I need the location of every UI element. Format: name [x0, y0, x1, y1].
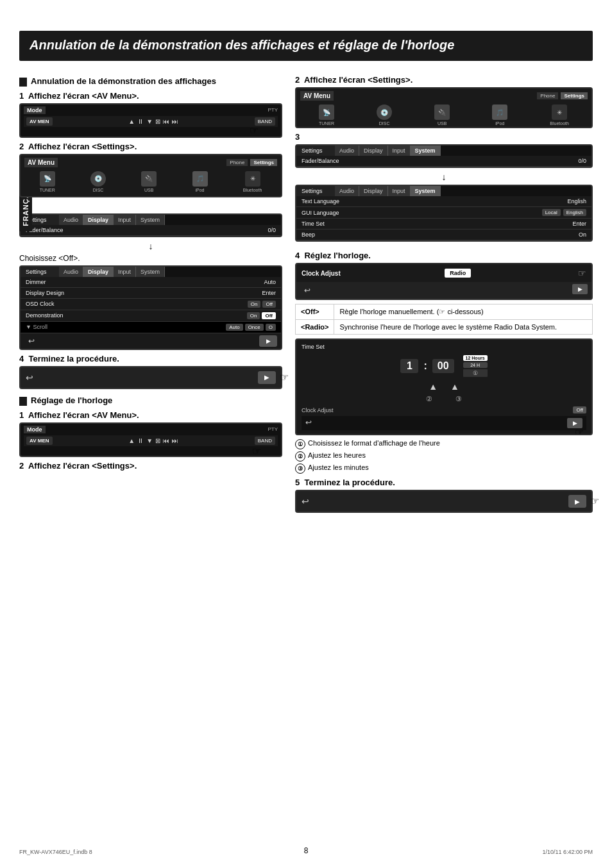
demo-off-btn[interactable]: Off [262, 312, 276, 319]
osd-on-btn[interactable]: On [248, 301, 261, 308]
step2-s2-label: 2 Affichez l'écran <Settings>. [19, 461, 282, 471]
settings-tab-display-r[interactable]: Display [359, 146, 388, 156]
av-menu-btn-2[interactable]: AV MEN [26, 437, 53, 445]
section2-header: Réglage de l'horloge [19, 396, 282, 406]
osd-clock-row: OSD Clock On Off [21, 299, 281, 310]
band-btn-2[interactable]: BAND [255, 437, 275, 445]
footer-left: FR_KW-AVX746EU_f.indb 8 [19, 849, 92, 855]
step3-left-label: 3 [19, 201, 282, 211]
osd-off-btn[interactable]: Off [262, 301, 276, 308]
choose-off-text: Choisissez <Off>. [19, 254, 282, 263]
fader-balance-row-r: Fader/Balance 0/0 [296, 156, 591, 167]
radio-option-desc: Synchronise l'heure de l'horloge avec le… [334, 320, 593, 335]
fader-balance-row: Fader/Balance 0/0 [21, 225, 281, 236]
clock-adjust-confirm-btn[interactable]: ▶ [572, 284, 588, 294]
back-btn-1[interactable]: ↩ [26, 372, 33, 383]
display-design-row: Display Design Enter [21, 288, 281, 299]
clock-adjust-back-btn[interactable]: ↩ [300, 284, 314, 297]
settings-screen-fader: Settings Audio Display Input System Fade… [19, 213, 282, 237]
step4-left-label: 4 Terminez la procédure. [19, 354, 282, 363]
av-icon-bluetooth-r: ✳ Bluetooth [550, 104, 569, 126]
settings-tab-label2: Settings [21, 267, 59, 277]
footer-right: 1/10/11 6:42:00 PM [542, 849, 593, 855]
settings-tab-audio-r2[interactable]: Audio [335, 186, 359, 196]
pty-label: PTY [268, 107, 278, 113]
circle-2-indicator: ② [426, 395, 432, 403]
step1-label: 1 Affichez l'écran <AV Menu>. [19, 91, 282, 101]
clock-off-indicator: Off [573, 406, 586, 413]
note-2: ② Ajustez les heures [295, 451, 593, 462]
note-1: ① Choisissez le format d'affichage de l'… [295, 439, 593, 449]
left-column: Annulation de la démonstration des affic… [19, 71, 282, 517]
av-menu-btn[interactable]: AV MEN [26, 117, 53, 126]
settings-tab-input2[interactable]: Input [114, 267, 136, 277]
settings-tab-display[interactable]: Display [83, 215, 114, 225]
minute-up-btn[interactable]: ▲ [450, 381, 459, 392]
back-btn-r[interactable]: ↩ [302, 496, 309, 506]
off-option-label: <Off> [296, 305, 334, 320]
scroll-auto-btn[interactable]: Auto [226, 324, 242, 331]
note-3: ③ Ajustez les minutes [295, 463, 593, 474]
av-icon-ipod: 🎵 iPod [192, 171, 208, 192]
mode-screen-1: Mode PTY AV MEN ▲ ⏸ ▼ ⊠ ⏮ ⏭ BAND [19, 103, 282, 138]
scroll-o-btn[interactable]: O [266, 324, 276, 331]
dimmer-row: Dimmer Auto [21, 277, 281, 288]
settings-tab-system-r2[interactable]: System [411, 186, 441, 196]
settings-tab-display-r2[interactable]: Display [359, 186, 388, 196]
note-3-num: ③ [295, 463, 305, 474]
settings-tab-audio[interactable]: Audio [59, 215, 83, 225]
circle-indicators-row: ② ③ [302, 394, 586, 405]
settings-tab-audio2[interactable]: Audio [59, 267, 83, 277]
settings-tab-input-r2[interactable]: Input [388, 186, 411, 196]
av-icon-disc-r: 💿 DISC [377, 104, 392, 126]
settings-tab-system2[interactable]: System [136, 267, 165, 277]
note-2-num: ② [295, 451, 305, 462]
time-colon: : [423, 360, 427, 372]
settings-screen-system: Settings Audio Display Input System Text… [295, 185, 593, 242]
mode-controls-2: ▲ ⏸ ▼ ⊠ ⏮ ⏭ [128, 437, 178, 444]
av-menu-screen-1: AV Menu Phone Settings 📡 TUNER 💿 DISC [19, 154, 282, 197]
confirm-btn-1[interactable]: ▶ [258, 371, 276, 384]
clock-adjust-label: Clock Adjust [302, 270, 341, 277]
settings-tab-label-r2: Settings [296, 186, 335, 196]
settings-tab-input-r[interactable]: Input [388, 146, 411, 156]
circle-3-indicator: ③ [455, 395, 462, 403]
settings-back-btn-2[interactable]: ↩ [24, 335, 38, 347]
av-icon-bluetooth: ✳ Bluetooth [243, 171, 262, 192]
time-minute-display: 00 [432, 359, 454, 373]
page-footer: FR_KW-AVX746EU_f.indb 8 1/10/11 6:42:00 … [0, 849, 612, 855]
av-menu-status-r: Phone Settings [537, 92, 588, 99]
settings-tab-input[interactable]: Input [114, 215, 136, 225]
format-24h-btn[interactable]: 24 H [463, 362, 488, 368]
settings-tab-system-r[interactable]: System [411, 146, 441, 156]
step5-right-label: 5 Terminez la procédure. [295, 478, 593, 487]
time-hour-display: 1 [400, 359, 418, 373]
av-menu-label-r: AV Menu [300, 91, 334, 101]
settings-tab-system[interactable]: System [136, 215, 165, 225]
format-12h-btn[interactable]: 12 Hours [463, 355, 488, 361]
scroll-once-btn[interactable]: Once [245, 324, 264, 331]
format-1-indicator: ① [463, 369, 488, 377]
av-icon-tuner: 📡 TUNER [40, 171, 55, 192]
mode-label-2: Mode [24, 426, 46, 433]
section2-icon [19, 397, 27, 406]
av-menu-icons-row: 📡 TUNER 💿 DISC 🔌 USB 🎵 iPod [24, 170, 277, 194]
demonstration-row: Demonstration On Off [21, 310, 281, 322]
hour-up-btn[interactable]: ▲ [429, 381, 438, 392]
settings-tab-audio-r[interactable]: Audio [335, 146, 359, 156]
time-set-back-btn[interactable]: ↩ [305, 418, 312, 428]
time-clock-adjust-label: Clock Adjust [302, 407, 334, 413]
local-btn[interactable]: Local [542, 209, 561, 216]
section2-title: Réglage de l'horloge [31, 396, 112, 406]
settings-tab-display2[interactable]: Display [83, 267, 114, 277]
step2-left-label: 2 Affichez l'écran <Settings>. [19, 142, 282, 151]
settings-screen-display: Settings Audio Display Input System Dimm… [19, 265, 282, 350]
section1-icon [19, 78, 27, 87]
clock-adjust-value[interactable]: Radio [445, 269, 471, 278]
mode-controls: ▲ ⏸ ▼ ⊠ ⏮ ⏭ [128, 118, 178, 125]
demo-on-btn[interactable]: On [247, 312, 260, 319]
av-icon-ipod-r: 🎵 iPod [492, 104, 507, 126]
notes-section: ① Choisissez le format d'affichage de l'… [295, 439, 593, 474]
confirm-btn-r[interactable]: ▶ [568, 495, 586, 508]
english-btn[interactable]: English [563, 209, 586, 216]
